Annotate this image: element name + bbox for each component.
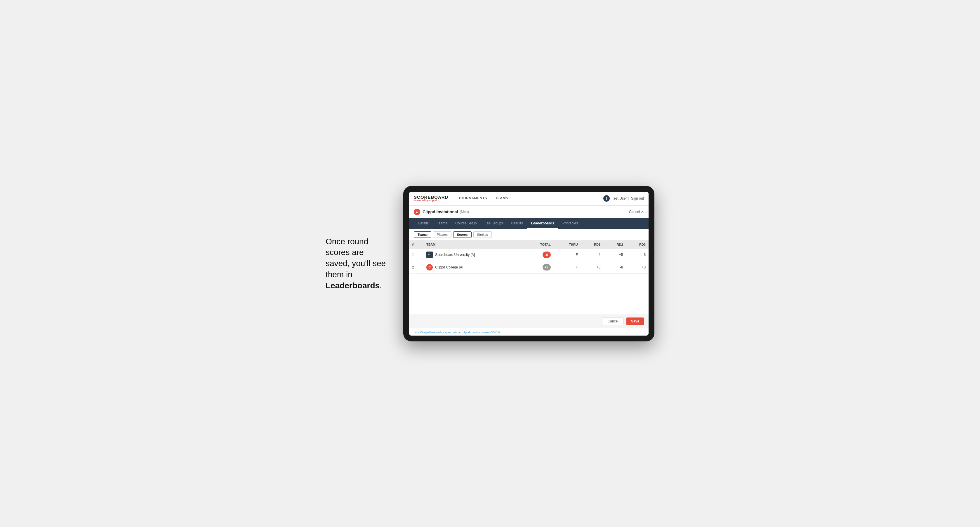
rd3-1: -6 <box>626 249 649 261</box>
user-name: Test User | <box>612 196 629 200</box>
rd2-1: +5 <box>603 249 626 261</box>
col-team: TEAM <box>423 240 523 249</box>
left-line3: saved, you'll see <box>326 259 386 268</box>
cancel-x-button[interactable]: Cancel ✕ <box>629 210 644 214</box>
tab-tee-groups[interactable]: Tee Groups <box>480 218 507 229</box>
nav-bar: SCOREBOARD Powered by clippd TOURNAMENTS… <box>409 192 649 206</box>
nav-links: TOURNAMENTS TEAMS <box>454 192 512 205</box>
user-avatar: S <box>603 195 610 202</box>
logo-area: SCOREBOARD Powered by clippd <box>414 195 448 202</box>
team-name-1: SU Scoreboard University [A] <box>423 249 523 261</box>
nav-right: S Test User | Sign out <box>603 195 644 202</box>
tab-course-setup[interactable]: Course Setup <box>451 218 480 229</box>
team-logo-1: SU <box>426 252 433 258</box>
team-logo-2: C <box>426 264 433 270</box>
tab-details[interactable]: Details <box>414 218 433 229</box>
empty-area <box>409 274 649 314</box>
left-period: . <box>380 281 382 290</box>
col-rd2: RD2 <box>603 240 626 249</box>
rd3-2: +3 <box>626 261 649 273</box>
team-name-2: C Clippd College [A] <box>423 261 523 273</box>
rd1-1: -4 <box>581 249 603 261</box>
nav-link-teams[interactable]: TEAMS <box>491 192 512 205</box>
total-2: +3 <box>523 261 554 273</box>
tournament-icon: C <box>414 209 420 215</box>
col-rd3: RD3 <box>626 240 649 249</box>
tab-teams[interactable]: Teams <box>433 218 451 229</box>
left-line4: them in <box>326 270 352 279</box>
sub-tab-players[interactable]: Players <box>433 232 452 238</box>
thru-1: F <box>554 249 581 261</box>
col-rd1: RD1 <box>581 240 603 249</box>
nav-link-tournaments[interactable]: TOURNAMENTS <box>454 192 491 205</box>
table-row: 1 SU Scoreboard University [A] -5 F -4 <box>409 249 649 261</box>
thru-2: F <box>554 261 581 273</box>
left-line1: Once round <box>326 237 368 246</box>
total-1: -5 <box>523 249 554 261</box>
sub-tab-scores[interactable]: Scores <box>453 232 472 238</box>
tablet-frame: SCOREBOARD Powered by clippd TOURNAMENTS… <box>403 186 654 341</box>
table-row: 2 C Clippd College [A] +3 F +8 -8 <box>409 261 649 273</box>
tab-leaderboards[interactable]: Leaderboards <box>527 218 558 229</box>
tournament-sub: (Men) <box>460 210 469 214</box>
rd2-2: -8 <box>603 261 626 273</box>
footer-bar: Cancel Save <box>409 314 649 328</box>
tablet-screen: SCOREBOARD Powered by clippd TOURNAMENTS… <box>409 192 649 336</box>
logo-sub: Powered by clippd <box>414 199 448 202</box>
cancel-button[interactable]: Cancel <box>603 317 624 325</box>
left-highlighted: Leaderboards <box>326 281 380 290</box>
sub-tab-strokes[interactable]: Strokes <box>473 232 492 238</box>
score-badge-2: +3 <box>542 264 551 270</box>
score-badge-1: -5 <box>542 252 551 258</box>
save-button[interactable]: Save <box>626 317 644 325</box>
sub-tab-teams[interactable]: Teams <box>414 232 431 238</box>
logo-title: SCOREBOARD <box>414 195 448 199</box>
rd1-2: +8 <box>581 261 603 273</box>
leaderboard-table: # TEAM TOTAL THRU RD1 RD2 RD3 1 <box>409 240 649 274</box>
tournament-name: Clippd Invitational <box>423 210 458 214</box>
col-total: TOTAL <box>523 240 554 249</box>
col-rank: # <box>409 240 423 249</box>
col-thru: THRU <box>554 240 581 249</box>
sub-tabs-bar: Teams Players Scores Strokes <box>409 229 649 240</box>
left-description: Once round scores are saved, you'll see … <box>326 236 386 291</box>
table-header-row: # TEAM TOTAL THRU RD1 RD2 RD3 <box>409 240 649 249</box>
tabs-bar: Details Teams Course Setup Tee Groups Re… <box>409 218 649 229</box>
url-text: https://stage-blue-coach.stagescoreboard… <box>414 331 500 334</box>
url-bar: https://stage-blue-coach.stagescoreboard… <box>409 328 649 336</box>
rank-2: 2 <box>409 261 423 273</box>
tab-results[interactable]: Results <box>507 218 527 229</box>
tab-printables[interactable]: Printables <box>558 218 582 229</box>
tournament-header: C Clippd Invitational (Men) Cancel ✕ <box>409 206 649 218</box>
rank-1: 1 <box>409 249 423 261</box>
left-line2: scores are <box>326 248 364 257</box>
sign-out-link[interactable]: Sign out <box>631 196 644 200</box>
